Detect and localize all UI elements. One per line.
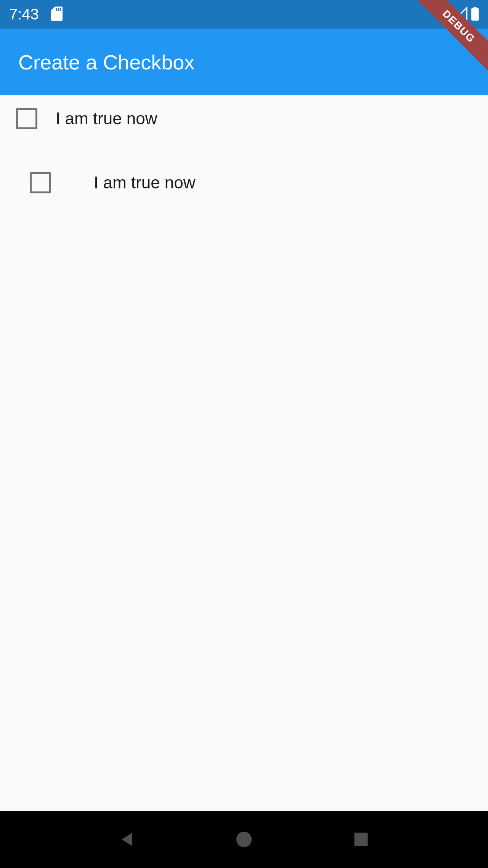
svg-rect-1 — [58, 8, 59, 11]
svg-rect-2 — [59, 8, 61, 11]
nav-recent-button[interactable] — [353, 831, 369, 847]
checkbox-2[interactable] — [30, 172, 51, 193]
nav-home-button[interactable] — [236, 831, 252, 848]
checkbox-1[interactable] — [16, 108, 37, 129]
wifi-icon — [435, 8, 450, 21]
app-title: Create a Checkbox — [18, 50, 194, 74]
nav-bar — [0, 811, 488, 868]
nav-back-button[interactable] — [119, 831, 135, 847]
signal-icon — [454, 7, 467, 22]
battery-icon — [471, 7, 479, 22]
svg-rect-0 — [56, 8, 57, 11]
checkbox-2-label: I am true now — [94, 173, 196, 192]
svg-rect-3 — [471, 8, 479, 21]
svg-rect-6 — [355, 833, 368, 846]
svg-rect-4 — [474, 7, 477, 9]
status-left: 7:43 — [9, 6, 63, 23]
status-time: 7:43 — [9, 6, 39, 23]
svg-point-5 — [236, 832, 252, 847]
checkbox-row-2[interactable]: I am true now — [0, 129, 488, 193]
status-bar: 7:43 — [0, 0, 488, 29]
sd-card-icon — [51, 6, 63, 23]
checkbox-1-label: I am true now — [56, 109, 157, 128]
app-bar: Create a Checkbox — [0, 29, 488, 95]
content: I am true now I am true now — [0, 95, 488, 811]
status-right — [435, 7, 479, 22]
checkbox-row-1[interactable]: I am true now — [0, 95, 488, 129]
